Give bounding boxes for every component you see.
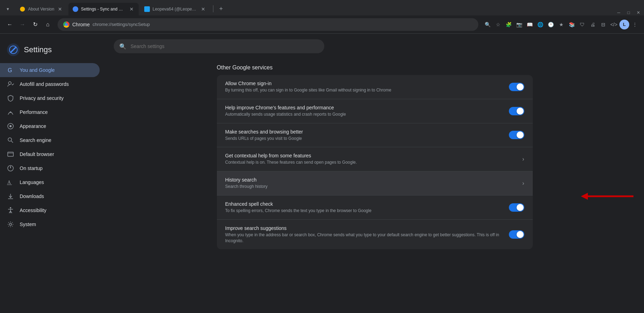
annotation-arrow-container xyxy=(581,189,637,203)
settings-content: Other Google services Allow Chrome sign-… xyxy=(105,59,644,258)
refresh-button[interactable]: ↻ xyxy=(29,19,41,30)
translate-icon[interactable]: 🌐 xyxy=(535,20,545,29)
toggle-allow-signin[interactable] xyxy=(509,83,524,91)
setting-title-spell-check: Enhanced spell check xyxy=(225,201,503,207)
tab-favicon-twitter xyxy=(144,6,150,12)
setting-text-help-improve: Help improve Chrome's features and perfo… xyxy=(225,105,503,117)
tab-close-settings[interactable]: ✕ xyxy=(129,6,134,12)
setting-title-allow-signin: Allow Chrome sign-in xyxy=(225,81,503,86)
tab-favicon-settings xyxy=(73,6,78,12)
sidebar-label-accessibility: Accessibility xyxy=(20,207,46,213)
sidebar-label-downloads: Downloads xyxy=(20,193,44,199)
startup-icon xyxy=(7,165,14,172)
sidebar-item-system[interactable]: System xyxy=(0,217,100,231)
sidebar-item-you-and-google[interactable]: G You and Google xyxy=(0,63,100,77)
toggle-search-suggestions[interactable] xyxy=(509,230,524,239)
tab-close-twitter[interactable]: ✕ xyxy=(200,6,206,12)
maximize-button[interactable]: □ xyxy=(626,10,631,15)
navigation-bar: ← → ↻ ⌂ Chrome chrome://settings/syncSet… xyxy=(0,15,644,34)
sidebar-item-autofill[interactable]: Autofill and passwords xyxy=(0,77,100,91)
window-controls: ─ □ ✕ xyxy=(616,10,641,15)
tab-favicon-about xyxy=(20,6,25,12)
sidebar-label-autofill: Autofill and passwords xyxy=(20,81,69,87)
tab-title-twitter: Leopeva64 (@Leopeva64) / Twi... xyxy=(153,7,198,12)
tab-about-version[interactable]: About Version ✕ xyxy=(15,3,67,15)
svg-point-2 xyxy=(8,82,11,84)
sidebar-item-languages[interactable]: A Languages xyxy=(0,175,100,189)
setting-item-browsing-better: Make searches and browsing better Sends … xyxy=(217,123,533,148)
svg-point-16 xyxy=(10,207,11,209)
sidebar-label-search-engine: Search engine xyxy=(20,137,51,143)
google-icon: G xyxy=(7,67,14,74)
chrome-logo-icon xyxy=(63,21,69,28)
reader-icon[interactable]: 📖 xyxy=(525,20,535,29)
setting-desc-search-suggestions: When you type in the address bar or sear… xyxy=(225,232,503,244)
autofill-icon xyxy=(7,81,14,88)
sidebar-label-performance: Performance xyxy=(20,109,48,115)
sidebar-item-default-browser[interactable]: Default browser xyxy=(0,147,100,161)
setting-item-spell-check: Enhanced spell check To fix spelling err… xyxy=(217,196,533,220)
new-tab-button[interactable]: + xyxy=(216,4,226,14)
sidebar-label-appearance: Appearance xyxy=(20,123,46,129)
sidebar-item-accessibility[interactable]: Accessibility xyxy=(0,203,100,217)
chevron-right-history-search: › xyxy=(522,180,524,186)
accessibility-icon xyxy=(7,207,14,214)
minimize-button[interactable]: ─ xyxy=(616,10,622,15)
setting-desc-browsing-better: Sends URLs of pages you visit to Google xyxy=(225,136,503,142)
back-button[interactable]: ← xyxy=(4,19,15,30)
home-button[interactable]: ⌂ xyxy=(42,19,53,30)
red-arrow-annotation xyxy=(581,189,637,203)
sidebar-item-performance[interactable]: Performance xyxy=(0,105,100,119)
profile-avatar[interactable]: L xyxy=(619,20,629,29)
search-icon[interactable]: 🔍 xyxy=(483,20,492,29)
close-button[interactable]: ✕ xyxy=(636,10,641,15)
search-bar-container: 🔍 xyxy=(105,34,644,59)
menu-button[interactable]: ⋮ xyxy=(630,20,640,29)
screenshot-icon[interactable]: 📷 xyxy=(514,20,524,29)
toggle-help-improve[interactable] xyxy=(509,107,524,115)
tab-twitter[interactable]: Leopeva64 (@Leopeva64) / Twi... ✕ xyxy=(140,3,210,15)
tab-separator xyxy=(213,5,213,12)
setting-desc-contextual-help: Contextual help is on. These features ca… xyxy=(225,159,517,165)
address-bar[interactable]: Chrome chrome://settings/syncSetup xyxy=(58,18,478,31)
sidebar-item-search-engine[interactable]: Search engine xyxy=(0,133,100,147)
favorites-icon[interactable]: ★ xyxy=(556,20,566,29)
setting-item-history-search[interactable]: History search Search through history › xyxy=(217,171,533,196)
extension-icon[interactable]: 🧩 xyxy=(504,20,513,29)
setting-title-help-improve: Help improve Chrome's features and perfo… xyxy=(225,105,503,110)
sidebar-label-privacy: Privacy and security xyxy=(20,95,64,101)
history-icon[interactable]: 🕐 xyxy=(546,20,556,29)
tab-dropdown-button[interactable]: ▾ xyxy=(3,4,13,14)
toggle-browsing-better[interactable] xyxy=(509,131,524,139)
devtools-icon[interactable]: </> xyxy=(609,20,619,29)
split-view-icon[interactable]: ⊟ xyxy=(598,20,608,29)
sidebar-item-on-startup[interactable]: On startup xyxy=(0,161,100,175)
tab-settings[interactable]: Settings - Sync and Google ser... ✕ xyxy=(68,3,139,15)
ad-block-icon[interactable]: 🛡 xyxy=(577,20,587,29)
collections-icon[interactable]: 📚 xyxy=(567,20,577,29)
downloads-icon xyxy=(7,193,14,200)
address-url: chrome://settings/syncSetup xyxy=(93,22,473,27)
bookmark-icon[interactable]: ☆ xyxy=(493,20,503,29)
settings-title: Settings xyxy=(24,45,52,54)
forward-button[interactable]: → xyxy=(17,19,28,30)
search-input-wrapper[interactable]: 🔍 xyxy=(114,39,324,53)
settings-list: Allow Chrome sign-in By turning this off… xyxy=(217,75,533,249)
svg-point-3 xyxy=(10,111,11,113)
sidebar-item-downloads[interactable]: Downloads xyxy=(0,189,100,203)
search-engine-icon xyxy=(7,137,14,144)
setting-item-contextual-help[interactable]: Get contextual help from some features C… xyxy=(217,147,533,171)
sidebar-item-appearance[interactable]: Appearance xyxy=(0,119,100,133)
tab-title-about: About Version xyxy=(28,7,54,12)
setting-title-history-search: History search xyxy=(225,177,517,183)
toggle-spell-check[interactable] xyxy=(509,203,524,212)
print-icon[interactable]: 🖨 xyxy=(588,20,598,29)
languages-icon: A xyxy=(7,179,14,186)
search-icon: 🔍 xyxy=(119,43,126,50)
setting-text-search-suggestions: Improve search suggestions When you type… xyxy=(225,225,503,244)
tab-close-about[interactable]: ✕ xyxy=(57,6,63,12)
sidebar-item-privacy[interactable]: Privacy and security xyxy=(0,91,100,105)
settings-logo-icon xyxy=(7,43,20,56)
search-input[interactable] xyxy=(131,43,319,49)
setting-text-allow-signin: Allow Chrome sign-in By turning this off… xyxy=(225,81,503,93)
